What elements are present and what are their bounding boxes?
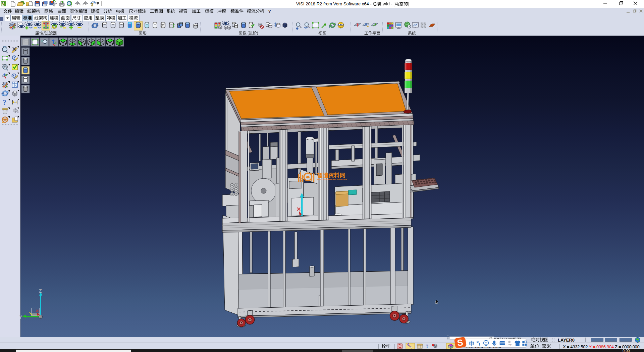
svg-text:Z: Z: [39, 288, 42, 294]
svg-text:?: ?: [426, 344, 429, 349]
svg-text:Y: Y: [19, 314, 22, 320]
svg-text:7: 7: [510, 344, 512, 347]
